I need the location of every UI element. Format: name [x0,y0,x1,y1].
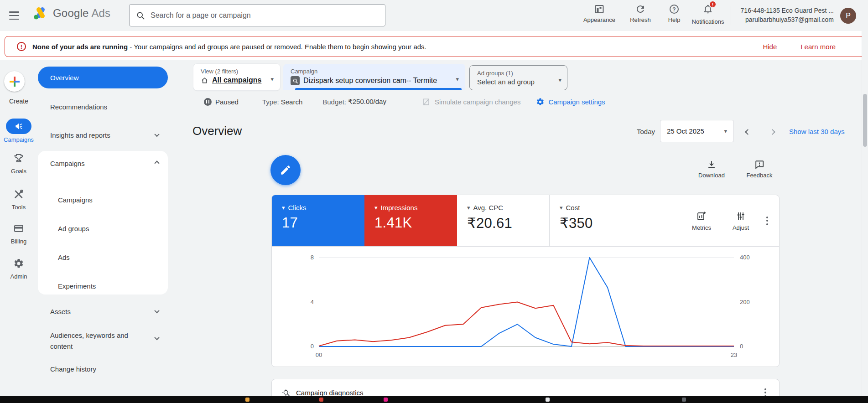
learn-more-link[interactable]: Learn more [800,43,836,51]
avg-cpc-value: ₹20.61 [467,215,549,232]
scorecard-impressions[interactable]: ▾Impressions 1.41K [364,195,457,246]
feedback-icon [754,160,764,170]
taskbar-icon[interactable] [682,398,686,402]
notifications-button[interactable]: ! Notifications [687,4,729,25]
adjust-button[interactable]: Adjust [724,211,757,231]
nav-item-change-history[interactable]: Change history [38,361,168,377]
taskbar-icon[interactable] [245,398,249,402]
account-name: 716-448-1135 Eco Guard Pest ... [741,6,834,15]
create-button[interactable] [4,71,25,92]
campaign-status-bar: Paused Type: Search Budget: ₹250.00/day … [204,95,605,108]
campaign-nav: Overview Recommendations Insights and re… [38,60,168,403]
taskbar-icon[interactable] [546,398,550,402]
right-axis-tick: 400 [740,254,750,261]
x-axis-tick: 00 [316,351,322,358]
adjust-sliders-icon [735,211,746,222]
rail-item-goals[interactable]: Goals [0,153,37,175]
menu-icon[interactable] [9,10,20,21]
rail-item-billing[interactable]: Billing [0,223,37,245]
ad-group-selector[interactable]: Ad groups (1) Select an ad group ▾ [469,65,567,90]
brand-ads: Ads [92,7,110,20]
next-date-button[interactable] [767,127,777,137]
view-filter-selector[interactable]: View (2 filters) All campaigns ▾ [193,64,280,90]
status-paused: Paused [215,98,239,106]
metrics-button[interactable]: Metrics [685,211,718,231]
campaigns-nav-group: Campaigns Campaigns Ad groups Ads Experi… [38,151,168,294]
cost-value: ₹350 [560,215,642,232]
nav-item-audiences[interactable]: Audiences, keywords andcontent [38,327,168,353]
avatar[interactable]: P [840,8,856,24]
paused-icon [204,98,212,106]
chevron-up-icon [154,160,159,165]
nav-item-assets[interactable]: Assets [38,304,168,319]
create-label: Create [0,95,37,105]
dropdown-caret-icon: ▾ [456,76,459,83]
nav-item-insights[interactable]: Insights and reports [38,127,168,143]
nav-item-overview[interactable]: Overview [38,67,168,88]
series-impressions-line [319,302,734,346]
nav-group-campaigns[interactable]: Campaigns [38,155,168,171]
nav-item-ad-groups[interactable]: Ad groups [38,221,168,236]
taskbar-icon[interactable] [384,398,388,402]
rail-item-campaigns[interactable]: Campaigns [0,119,37,143]
google-ads-app: Google Ads Appearance Refresh [0,0,868,403]
scrollbar-thumb[interactable] [863,94,867,147]
left-axis-tick: 0 [311,343,314,350]
nav-item-recommendations[interactable]: Recommendations [38,99,168,114]
search-icon [136,11,145,20]
alert-banner: ! None of your ads are running - Your ca… [5,36,863,57]
campaign-type: Search [281,98,303,106]
hide-button[interactable]: Hide [763,43,777,51]
svg-text:?: ? [672,6,676,13]
google-ads-logo: Google Ads [33,6,110,20]
previous-date-button[interactable] [743,127,753,137]
nav-item-campaigns[interactable]: Campaigns [38,192,168,207]
feedback-button[interactable]: Feedback [739,160,780,179]
scrollbar[interactable] [862,31,868,396]
taskbar[interactable] [0,396,868,403]
metrics-icon [696,211,707,222]
help-icon: ? [669,4,680,15]
diagnostics-icon [282,388,291,397]
ads-triangle-icon [33,6,48,20]
budget-value[interactable]: ₹250.00/day [348,98,386,106]
nav-item-experiments[interactable]: Experiments [38,278,168,294]
pencil-icon [280,164,291,176]
overview-chart-card: ▾Clicks 17 ▾Impressions 1.41K ▾Avg. CPC … [271,195,780,367]
tools-icon [13,189,24,200]
chevron-down-icon [154,335,159,340]
simulate-changes-button[interactable]: Simulate campaign changes [422,98,520,106]
appearance-icon [594,4,605,15]
edit-button[interactable] [270,155,301,185]
brand-google: Google [53,7,89,20]
topbar: Google Ads Appearance Refresh [0,0,868,31]
taskbar-icon[interactable] [319,398,323,402]
campaign-selector[interactable]: Campaign Dizispark setup conversion cam-… [283,64,465,90]
download-icon [707,160,717,170]
scorecard-cost[interactable]: ▾Cost ₹350 [550,195,642,246]
metric-caret-icon: ▾ [282,204,285,211]
scorecard-avg-cpc[interactable]: ▾Avg. CPC ₹20.61 [457,195,550,246]
account-info: 716-448-1135 Eco Guard Pest ... parulbar… [741,6,834,24]
scorecard-clicks[interactable]: ▾Clicks 17 [272,195,364,246]
credit-card-icon [13,223,24,234]
appearance-button[interactable]: Appearance [578,4,620,23]
global-search[interactable] [129,4,385,26]
performance-chart: 8 4 0 400 200 0 00 23 [272,247,780,367]
left-axis-tick: 8 [311,254,314,261]
download-button[interactable]: Download [691,160,732,179]
gear-icon [13,258,24,269]
rail-item-admin[interactable]: Admin [0,258,37,280]
campaign-settings-button[interactable]: Campaign settings [536,98,605,106]
diagnostics-title: Campaign diagnostics [296,389,364,397]
date-value: 25 Oct 2025 [667,127,704,135]
rail-item-tools[interactable]: Tools [0,189,37,211]
chart-more-options-icon[interactable] [764,214,771,228]
impressions-value: 1.41K [374,215,457,231]
refresh-icon [635,4,646,15]
nav-item-ads[interactable]: Ads [38,249,168,265]
date-range-selector[interactable]: 25 Oct 2025 ▾ [660,120,734,142]
show-last-30-days-link[interactable]: Show last 30 days [789,128,845,135]
trophy-icon [13,153,24,164]
search-input[interactable] [151,11,379,20]
